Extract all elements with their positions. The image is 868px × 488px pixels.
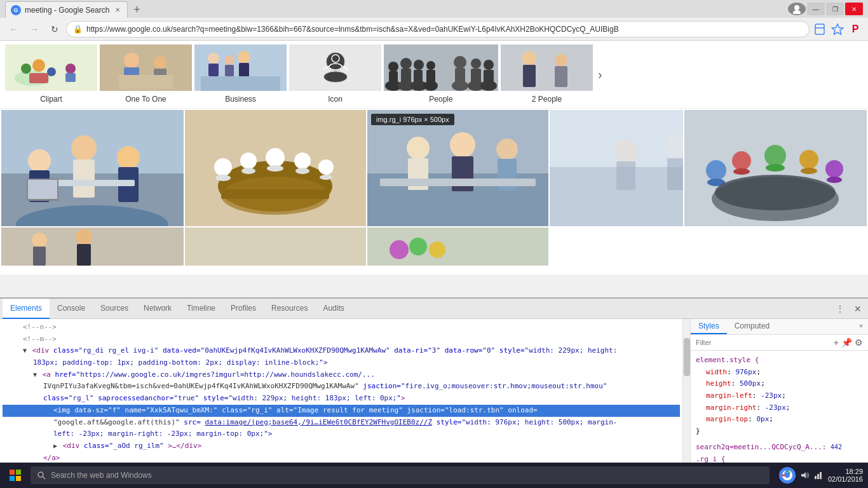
- scroll-right-arrow[interactable]: ›: [595, 44, 605, 104]
- category-people-label: People: [429, 95, 452, 104]
- devtools-tab-resources[interactable]: Resources: [264, 299, 315, 319]
- star-extension-icon[interactable]: [830, 22, 845, 37]
- styles-expand-icon[interactable]: »: [854, 319, 868, 334]
- category-clipart[interactable]: Clipart: [5, 44, 97, 104]
- devtools-tab-audits[interactable]: Audits: [315, 299, 351, 319]
- category-2people-label: 2 People: [532, 95, 562, 104]
- elements-scrollbar[interactable]: [682, 319, 690, 463]
- styles-filter-input[interactable]: [696, 339, 831, 346]
- svg-point-101: [706, 160, 726, 180]
- devtools-close-button[interactable]: ✕: [850, 301, 865, 316]
- image-result-r2-2[interactable]: [185, 227, 366, 266]
- devtools-tab-console[interactable]: Console: [50, 299, 93, 319]
- profile-icon[interactable]: [788, 3, 806, 15]
- style-block-2: search2q=meetin...QCDCycQ_A...: 442 .rg_…: [696, 442, 863, 463]
- svg-point-42: [426, 61, 435, 70]
- svg-rect-122: [10, 470, 15, 475]
- devtools-tab-sources[interactable]: Sources: [93, 299, 136, 319]
- styles-panel: Styles Computed » + 📌 ⚙ element.style {: [690, 319, 868, 463]
- image-result-1[interactable]: [1, 110, 184, 226]
- speaker-icon[interactable]: [800, 470, 810, 480]
- styles-tabs-bar: Styles Computed »: [691, 319, 868, 335]
- code-line-8-selected[interactable]: <img data-sz="f" name="Xxk5ATqwu_bmXM:" …: [3, 405, 680, 417]
- category-onetone[interactable]: One To One: [100, 44, 192, 104]
- new-tab-button[interactable]: +: [128, 1, 146, 18]
- devtools-tab-profiles[interactable]: Profiles: [223, 299, 264, 319]
- elements-scroll-area[interactable]: <!--n--> <!--m--> ▼ <div class="rg_di rg…: [0, 319, 682, 463]
- element-style-prop-margintop: margin-top: 0px;: [696, 414, 863, 426]
- styles-tab-styles[interactable]: Styles: [691, 319, 727, 334]
- minimize-button[interactable]: —: [807, 3, 825, 15]
- address-bar[interactable]: 🔒 https://www.google.co.uk/search?q=meet…: [66, 21, 810, 37]
- taskbar-system-icons: [800, 470, 823, 480]
- back-button[interactable]: ←: [5, 20, 23, 38]
- svg-point-120: [409, 238, 427, 255]
- category-clipart-label: Clipart: [40, 95, 62, 104]
- image-result-3[interactable]: img.rg_i 976px × 500px: [367, 110, 548, 226]
- category-business[interactable]: Business: [194, 44, 287, 104]
- image-result-4[interactable]: [550, 110, 683, 226]
- image-result-r2-3[interactable]: [367, 227, 548, 266]
- svg-point-119: [390, 240, 409, 259]
- filter-settings-icon[interactable]: ⚙: [855, 337, 863, 348]
- svg-point-51: [484, 60, 494, 70]
- svg-point-121: [429, 241, 445, 258]
- start-button[interactable]: [5, 465, 25, 485]
- devtools-tab-elements[interactable]: Elements: [3, 299, 50, 319]
- refresh-button[interactable]: ↻: [46, 20, 64, 38]
- image-result-5[interactable]: [684, 110, 867, 226]
- title-bar: G meeting - Google Search ✕ + — ❐ ✕: [0, 0, 868, 18]
- code-line-2: <!--m-->: [3, 334, 680, 346]
- svg-rect-67: [52, 180, 135, 186]
- taskbar-search-text: Search the web and Windows: [51, 471, 152, 480]
- category-2people[interactable]: 2 People: [501, 44, 593, 104]
- maximize-button[interactable]: ❐: [826, 3, 844, 15]
- image-result-2[interactable]: [185, 110, 366, 226]
- svg-rect-37: [401, 69, 411, 85]
- devtools-tab-network[interactable]: Network: [136, 299, 179, 319]
- scroll-thumb[interactable]: [684, 338, 690, 376]
- image-result-r2-1[interactable]: [1, 227, 184, 266]
- svg-rect-55: [523, 65, 536, 87]
- svg-point-5: [21, 64, 31, 74]
- svg-point-79: [295, 168, 309, 174]
- category-people[interactable]: People: [384, 44, 498, 104]
- tab-close-button[interactable]: ✕: [113, 6, 122, 15]
- svg-point-113: [32, 233, 47, 248]
- svg-point-80: [318, 159, 334, 175]
- svg-point-115: [76, 229, 92, 245]
- forward-button[interactable]: →: [25, 20, 43, 38]
- pinterest-extension-icon[interactable]: P: [848, 22, 863, 37]
- svg-rect-40: [414, 70, 423, 85]
- active-tab[interactable]: G meeting - Google Search ✕: [5, 1, 128, 18]
- styles-tab-computed[interactable]: Computed: [727, 319, 777, 334]
- svg-rect-57: [555, 66, 567, 87]
- code-line-11: ▶ <div class="_aOd rg_ilm" >…</div>: [3, 440, 680, 452]
- svg-point-48: [471, 58, 481, 69]
- svg-line-29: [342, 66, 348, 69]
- filter-pin-icon[interactable]: 📌: [841, 337, 852, 348]
- svg-point-63: [71, 135, 97, 161]
- taskbar-clock[interactable]: 18:29 02/01/2016: [828, 468, 863, 483]
- svg-point-110: [827, 177, 842, 183]
- code-line-3: ▼ <div class="rg_di rg_el ivg-i" data-ve…: [3, 345, 680, 357]
- svg-rect-34: [389, 71, 398, 85]
- svg-rect-116: [77, 244, 91, 266]
- devtools-right-controls: ⋮ ✕: [832, 301, 865, 316]
- network-icon[interactable]: [813, 470, 823, 480]
- category-icon[interactable]: Icon: [289, 44, 381, 104]
- devtools-tab-timeline[interactable]: Timeline: [179, 299, 223, 319]
- tab-title: meeting - Google Search: [25, 6, 109, 15]
- bookmark-extension-icon[interactable]: [812, 22, 827, 37]
- svg-rect-21: [225, 65, 234, 76]
- svg-point-20: [224, 55, 234, 65]
- devtools-more-button[interactable]: ⋮: [832, 301, 848, 316]
- style-block-2-selector: search2q=meetin...QCDCycQ_A...: 442: [696, 442, 863, 454]
- close-button[interactable]: ✕: [845, 3, 863, 15]
- taskbar-chrome-icon[interactable]: [775, 463, 800, 488]
- svg-point-90: [496, 139, 518, 160]
- element-style-prop-height: height: 500px;: [696, 378, 863, 390]
- taskbar-search-bar[interactable]: Search the web and Windows: [31, 466, 770, 484]
- filter-plus-icon[interactable]: +: [834, 337, 839, 348]
- category-business-label: Business: [225, 95, 256, 104]
